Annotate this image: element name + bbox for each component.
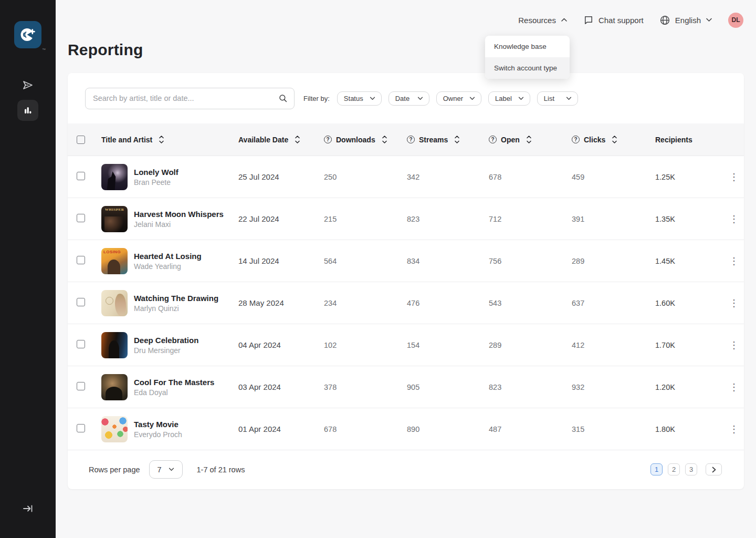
- column-recipients: Recipients: [655, 136, 692, 144]
- filter-date[interactable]: Date: [388, 91, 429, 106]
- album-art: WHISPER: [101, 206, 128, 232]
- track-artist: Eda Doyal: [134, 388, 214, 397]
- track-artist: Dru Mersinger: [134, 346, 198, 355]
- menu-item-knowledge-base[interactable]: Knowledge base: [485, 36, 570, 57]
- album-art-text: WHISPER: [101, 208, 128, 212]
- page-buttons: 1 2 3: [650, 463, 722, 475]
- row-menu-kebab-icon[interactable]: ⋮: [727, 338, 741, 352]
- clicks-value: 315: [572, 425, 655, 433]
- open-value: 543: [489, 299, 572, 307]
- chevron-down-icon: [706, 18, 712, 22]
- sort-icon[interactable]: [612, 136, 617, 143]
- language-selector[interactable]: English: [659, 15, 712, 26]
- track-title: Hearted At Losing: [134, 252, 202, 261]
- brand-logo[interactable]: ™: [14, 21, 41, 48]
- sort-icon[interactable]: [382, 136, 387, 143]
- downloads-value: 250: [324, 173, 407, 181]
- next-page-button[interactable]: [706, 463, 722, 475]
- sort-icon[interactable]: [527, 136, 531, 143]
- row-menu-kebab-icon[interactable]: ⋮: [727, 254, 741, 268]
- sort-icon[interactable]: [295, 136, 300, 143]
- help-icon[interactable]: ?: [324, 136, 332, 143]
- album-art: [101, 416, 128, 442]
- open-value: 678: [489, 173, 572, 181]
- filter-list[interactable]: List: [537, 91, 578, 106]
- streams-value: 154: [407, 341, 489, 349]
- send-icon: [22, 79, 34, 91]
- menu-item-switch-account-type[interactable]: Switch account type: [485, 57, 570, 79]
- column-open: Open: [501, 136, 520, 144]
- search-field-wrap: [85, 88, 295, 109]
- help-icon[interactable]: ?: [489, 136, 497, 143]
- chevron-down-icon: [469, 97, 475, 100]
- sidebar-expand-button[interactable]: [0, 502, 56, 515]
- open-value: 289: [489, 341, 572, 349]
- row-checkbox[interactable]: [77, 424, 85, 432]
- open-value: 487: [489, 425, 572, 433]
- row-checkbox[interactable]: [77, 382, 85, 390]
- resources-label: Resources: [518, 16, 556, 25]
- search-input[interactable]: [85, 88, 295, 109]
- table-row: LOSING Hearted At Losing Wade Yearling 1…: [68, 240, 744, 282]
- expand-sidebar-icon: [22, 502, 34, 515]
- chat-support-label: Chat support: [598, 16, 644, 25]
- column-title-artist: Title and Artist: [101, 136, 152, 144]
- bar-chart-icon: [23, 105, 33, 116]
- row-checkbox[interactable]: [77, 298, 85, 306]
- track-title: Harvest Moon Whispers: [134, 210, 224, 219]
- sort-icon[interactable]: [455, 136, 459, 143]
- open-value: 712: [489, 215, 572, 223]
- streams-value: 834: [407, 257, 489, 265]
- streams-value: 476: [407, 299, 489, 307]
- row-menu-kebab-icon[interactable]: ⋮: [727, 296, 741, 310]
- page-button-3[interactable]: 3: [685, 463, 697, 475]
- globe-icon: [659, 15, 670, 26]
- filter-label[interactable]: Label: [488, 91, 530, 106]
- help-icon[interactable]: ?: [407, 136, 415, 143]
- sidebar-item-reporting[interactable]: [17, 100, 38, 121]
- row-checkbox[interactable]: [77, 256, 85, 264]
- user-avatar[interactable]: DL: [728, 13, 743, 28]
- row-menu-kebab-icon[interactable]: ⋮: [727, 170, 741, 184]
- row-checkbox[interactable]: [77, 214, 85, 222]
- chevron-down-icon: [417, 97, 423, 100]
- row-menu-kebab-icon[interactable]: ⋮: [727, 212, 741, 226]
- table-row: Watching The Drawing Marlyn Quinzi 28 Ma…: [68, 282, 744, 324]
- recipients-value: 1.35K: [655, 215, 724, 223]
- filter-owner-label: Owner: [443, 95, 463, 102]
- filter-owner[interactable]: Owner: [436, 91, 481, 106]
- downloads-value: 678: [324, 425, 407, 433]
- row-checkbox[interactable]: [77, 172, 85, 180]
- rows-per-page-value: 7: [157, 465, 161, 474]
- chat-support-button[interactable]: Chat support: [583, 15, 644, 25]
- track-artist: Wade Yearling: [134, 262, 202, 271]
- clicks-value: 391: [572, 215, 655, 223]
- help-icon[interactable]: ?: [572, 136, 580, 143]
- search-icon: [278, 94, 288, 103]
- filter-date-label: Date: [395, 95, 410, 102]
- table-header: Title and Artist Available Date ? Downlo…: [68, 123, 744, 156]
- available-date-value: 03 Apr 2024: [238, 382, 324, 391]
- sidebar-item-campaigns[interactable]: [17, 75, 38, 96]
- row-menu-kebab-icon[interactable]: ⋮: [727, 380, 741, 394]
- available-date-value: 22 Jul 2024: [238, 214, 324, 223]
- streams-value: 823: [407, 215, 489, 223]
- select-all-checkbox[interactable]: [77, 136, 85, 144]
- downloads-value: 102: [324, 341, 407, 349]
- rows-per-page-select[interactable]: 7: [149, 460, 183, 479]
- downloads-value: 215: [324, 215, 407, 223]
- available-date-value: 14 Jul 2024: [238, 256, 324, 265]
- clicks-value: 412: [572, 341, 655, 349]
- page-button-2[interactable]: 2: [668, 463, 680, 475]
- open-value: 756: [489, 257, 572, 265]
- pagination-bar: Rows per page 7 1-7 of 21 rows 1 2 3: [68, 450, 744, 489]
- row-menu-kebab-icon[interactable]: ⋮: [727, 422, 741, 436]
- page-button-1[interactable]: 1: [650, 463, 663, 475]
- row-checkbox[interactable]: [77, 340, 85, 348]
- column-downloads: Downloads: [336, 136, 375, 144]
- language-label: English: [675, 16, 701, 25]
- sort-icon[interactable]: [159, 136, 164, 143]
- resources-menu-button[interactable]: Resources: [518, 16, 568, 25]
- filter-status[interactable]: Status: [337, 91, 382, 106]
- clicks-value: 637: [572, 299, 655, 307]
